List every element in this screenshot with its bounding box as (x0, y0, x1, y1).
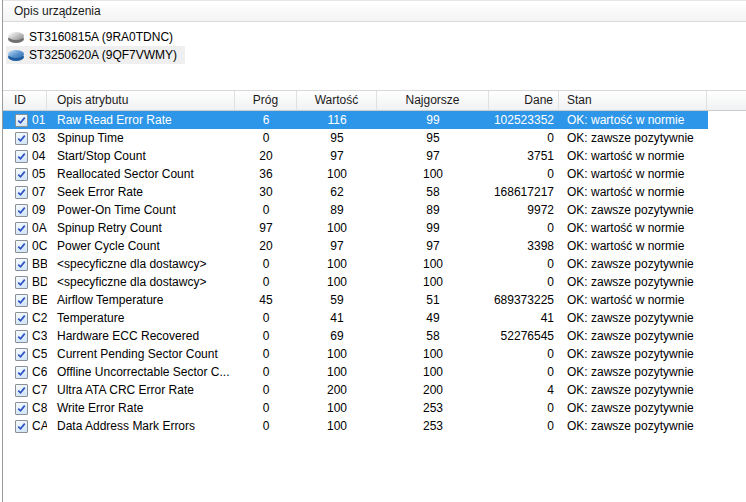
attribute-worst: 51 (377, 291, 489, 309)
attribute-checkbox[interactable] (15, 222, 28, 235)
attribute-data: 168617217 (489, 183, 559, 201)
attribute-row[interactable]: 09 Power-On Time Count 0 89 89 9972 OK: … (3, 201, 708, 219)
column-header-id[interactable]: ID (3, 91, 47, 110)
attribute-id: 01 (32, 111, 45, 129)
attribute-row[interactable]: C5 Current Pending Sector Count 0 100 10… (3, 345, 708, 363)
attribute-row[interactable]: BD <specyficzne dla dostawcy> 0 100 100 … (3, 273, 708, 291)
attribute-threshold: 0 (235, 381, 297, 399)
checkmark-icon (17, 314, 26, 323)
attribute-checkbox[interactable] (15, 132, 28, 145)
attribute-checkbox[interactable] (15, 312, 28, 325)
attribute-checkbox[interactable] (15, 366, 28, 379)
attribute-status: OK: zawsze pozytywnie (559, 309, 707, 327)
checkmark-icon (17, 404, 26, 413)
checkmark-icon (17, 152, 26, 161)
attribute-data: 0 (489, 165, 559, 183)
attribute-data: 0 (489, 417, 559, 435)
attribute-row[interactable]: C7 Ultra ATA CRC Error Rate 0 200 200 4 … (3, 381, 708, 399)
attribute-row[interactable]: 01 Raw Read Error Rate 6 116 99 10252335… (3, 111, 708, 129)
attribute-checkbox[interactable] (15, 204, 28, 217)
attribute-row[interactable]: 0A Spinup Retry Count 97 100 99 0 OK: wa… (3, 219, 708, 237)
attribute-row[interactable]: 04 Start/Stop Count 20 97 97 3751 OK: wa… (3, 147, 708, 165)
attribute-row[interactable]: C3 Hardware ECC Recovered 0 69 58 522765… (3, 327, 708, 345)
attribute-row[interactable]: C2 Temperature 0 41 49 41 OK: zawsze poz… (3, 309, 708, 327)
column-header-data[interactable]: Dane (489, 91, 559, 110)
attribute-row[interactable]: C6 Offline Uncorrectable Sector C... 0 1… (3, 363, 708, 381)
attribute-value: 95 (297, 129, 377, 147)
attribute-row[interactable]: 07 Seek Error Rate 30 62 58 168617217 OK… (3, 183, 708, 201)
attribute-checkbox[interactable] (15, 420, 28, 433)
attribute-name: Ultra ATA CRC Error Rate (47, 381, 235, 399)
attribute-id: C5 (32, 345, 47, 363)
attribute-id: C6 (32, 363, 47, 381)
column-header-value[interactable]: Wartość (297, 91, 377, 110)
device-name-label: ST3160815A (9RA0TDNC) (29, 30, 173, 44)
attribute-id-cell: 0C (3, 237, 47, 255)
checkmark-icon (17, 260, 26, 269)
attribute-name: Reallocated Sector Count (47, 165, 235, 183)
checkmark-icon (17, 278, 26, 287)
attribute-status: OK: zawsze pozytywnie (559, 129, 707, 147)
attribute-status: OK: wartość w normie (559, 147, 707, 165)
checkmark-icon (17, 242, 26, 251)
attribute-threshold: 0 (235, 129, 297, 147)
attribute-data: 102523352 (489, 111, 559, 129)
attribute-name: Data Address Mark Errors (47, 417, 235, 435)
attribute-checkbox[interactable] (15, 258, 28, 271)
attribute-id-cell: 03 (3, 129, 47, 147)
attribute-data: 689373225 (489, 291, 559, 309)
attribute-row[interactable]: CA Data Address Mark Errors 0 100 253 0 … (3, 417, 708, 435)
attribute-row[interactable]: 05 Reallocated Sector Count 36 100 100 0… (3, 165, 708, 183)
attribute-name: Spinup Retry Count (47, 219, 235, 237)
device-name-label: ST3250620A (9QF7VWMY) (29, 48, 177, 62)
attribute-threshold: 0 (235, 309, 297, 327)
attribute-data: 0 (489, 345, 559, 363)
column-header-status[interactable]: Stan (559, 91, 707, 110)
attribute-value: 59 (297, 291, 377, 309)
attribute-status: OK: zawsze pozytywnie (559, 255, 707, 273)
attribute-row[interactable]: C8 Write Error Rate 0 100 253 0 OK: zaws… (3, 399, 708, 417)
attribute-data: 41 (489, 309, 559, 327)
attribute-checkbox[interactable] (15, 150, 28, 163)
attribute-id: BD (32, 273, 47, 291)
attribute-checkbox[interactable] (15, 348, 28, 361)
attribute-row[interactable]: 03 Spinup Time 0 95 95 0 OK: zawsze pozy… (3, 129, 708, 147)
attribute-checkbox[interactable] (15, 240, 28, 253)
attribute-name: Temperature (47, 309, 235, 327)
attribute-worst: 100 (377, 345, 489, 363)
attribute-threshold: 0 (235, 273, 297, 291)
attribute-id-cell: CA (3, 417, 47, 435)
attribute-id: C2 (32, 309, 47, 327)
column-header-threshold[interactable]: Próg (235, 91, 297, 110)
attribute-data: 0 (489, 129, 559, 147)
attribute-id-cell: C8 (3, 399, 47, 417)
attribute-status: OK: wartość w normie (559, 291, 707, 309)
checkmark-icon (17, 386, 26, 395)
attribute-worst: 100 (377, 165, 489, 183)
attribute-id: BE (32, 291, 47, 309)
attribute-threshold: 20 (235, 147, 297, 165)
device-list-item[interactable]: ST3250620A (9QF7VWMY) (6, 46, 185, 64)
attribute-checkbox[interactable] (15, 186, 28, 199)
attribute-checkbox[interactable] (15, 168, 28, 181)
attribute-checkbox[interactable] (15, 330, 28, 343)
attribute-row[interactable]: 0C Power Cycle Count 20 97 97 3398 OK: w… (3, 237, 708, 255)
attribute-checkbox[interactable] (15, 384, 28, 397)
attribute-checkbox[interactable] (15, 114, 28, 127)
attribute-row[interactable]: BB <specyficzne dla dostawcy> 0 100 100 … (3, 255, 708, 273)
column-header-attribute[interactable]: Opis atrybutu (47, 91, 235, 110)
column-header-worst[interactable]: Najgorsze (377, 91, 489, 110)
attribute-worst: 200 (377, 381, 489, 399)
attribute-checkbox[interactable] (15, 294, 28, 307)
attribute-name: Hardware ECC Recovered (47, 327, 235, 345)
attribute-id-cell: BE (3, 291, 47, 309)
checkmark-icon (17, 116, 26, 125)
attribute-id-cell: 01 (3, 111, 47, 129)
attribute-checkbox[interactable] (15, 276, 28, 289)
attribute-id: 04 (32, 147, 45, 165)
attribute-checkbox[interactable] (15, 402, 28, 415)
attribute-threshold: 97 (235, 219, 297, 237)
device-list-item[interactable]: ST3160815A (9RA0TDNC) (6, 28, 181, 46)
attribute-row[interactable]: BE Airflow Temperature 45 59 51 68937322… (3, 291, 708, 309)
attribute-id-cell: 0A (3, 219, 47, 237)
